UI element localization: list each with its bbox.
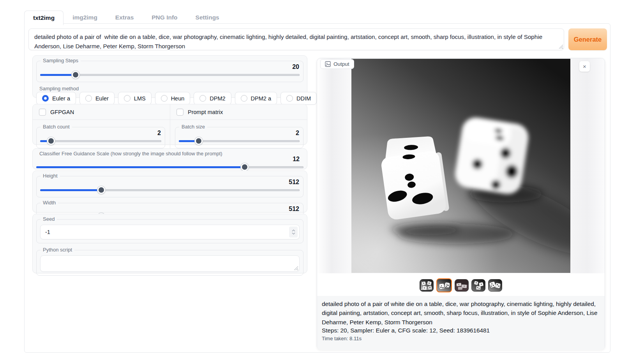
radio-dpm2[interactable]: DPM2 — [194, 92, 231, 105]
output-label-chip: Output — [320, 59, 354, 69]
python-script-label: Python script — [41, 247, 74, 253]
height-field: Height 512 — [36, 176, 303, 197]
seed-label: Seed — [41, 216, 57, 222]
thumbnail-1[interactable] — [420, 279, 434, 292]
batch-count-field: Batch count 2 — [36, 127, 165, 148]
python-script-area — [40, 255, 300, 272]
batch-count-slider[interactable] — [40, 137, 161, 145]
tab-txt2img[interactable]: txt2img — [24, 11, 64, 25]
tab-png-info[interactable]: PNG Info — [143, 10, 186, 25]
output-caption-params: Steps: 20, Sampler: Euler a, CFG scale: … — [322, 327, 600, 334]
sampling-method-field: Sampling method Euler a Euler LMS Heun D… — [36, 89, 303, 105]
seed-field: Seed — [36, 219, 303, 243]
tab-bar: txt2img img2img Extras PNG Info Settings — [24, 10, 228, 25]
height-label: Height — [41, 173, 60, 179]
output-label: Output — [333, 61, 349, 67]
slider-track — [40, 140, 161, 142]
radio-heun[interactable]: Heun — [155, 92, 191, 105]
batch-size-label: Batch size — [179, 124, 207, 130]
tab-extras[interactable]: Extras — [106, 10, 143, 25]
seed-script-group: Seed Python script — [32, 214, 307, 273]
radio-label: LMS — [134, 95, 146, 102]
batch-count-label: Batch count — [41, 124, 72, 130]
radio-ddim[interactable]: DDIM — [281, 92, 317, 105]
thumbnail-5[interactable] — [488, 279, 502, 292]
generate-button[interactable]: Generate — [568, 28, 607, 50]
thumbnail-2-selected[interactable] — [436, 278, 452, 292]
seed-input[interactable] — [40, 225, 300, 239]
radio-label: Euler a — [52, 95, 70, 102]
output-image-viewer: Output × — [317, 58, 605, 273]
radio-dot — [199, 95, 206, 102]
slider-fill — [36, 166, 245, 168]
gfpgan-row[interactable]: GFPGAN — [33, 104, 170, 120]
radio-label: DDIM — [296, 95, 311, 102]
sampling-steps-field: Sampling Steps 20 — [36, 61, 303, 82]
radio-dot — [241, 95, 247, 102]
radio-euler[interactable]: Euler — [79, 92, 115, 105]
cfg-label: Classifier Free Guidance Scale (how stro… — [37, 151, 225, 157]
generated-image[interactable] — [351, 59, 570, 273]
slider-fill — [40, 74, 76, 76]
radio-label: Heun — [171, 95, 185, 102]
output-time-taken: Time taken: 8.11s — [322, 336, 600, 341]
seed-spinner[interactable] — [289, 227, 298, 237]
radio-dpm2-a[interactable]: DPM2 a — [235, 92, 277, 105]
radio-label: DPM2 — [210, 95, 225, 102]
slider-thumb[interactable] — [47, 137, 55, 145]
width-label: Width — [41, 200, 58, 206]
thumbnail-gallery — [317, 277, 605, 294]
prompt-matrix-checkbox[interactable] — [176, 109, 183, 116]
radio-euler-a[interactable]: Euler a — [36, 92, 76, 105]
tab-img2img[interactable]: img2img — [64, 10, 106, 25]
batch-left-column: GFPGAN Batch count 2 — [33, 104, 170, 148]
batch-right-column: Prompt matrix Batch size 2 — [170, 104, 307, 148]
height-slider[interactable] — [40, 186, 300, 194]
cfg-field: Classifier Free Guidance Scale (how stro… — [36, 152, 303, 171]
thumbnail-3[interactable] — [455, 279, 469, 292]
slider-thumb[interactable] — [195, 137, 203, 145]
batch-options-group: GFPGAN Batch count 2 Prompt matrix Batch… — [32, 104, 307, 145]
python-script-field: Python script — [36, 250, 303, 276]
height-value: 512 — [37, 176, 303, 186]
prompt-matrix-label: Prompt matrix — [188, 109, 223, 115]
chevron-down-icon — [292, 232, 295, 235]
prompt-input[interactable]: detailed photo of a pair of white die on… — [28, 28, 564, 50]
tab-settings[interactable]: Settings — [187, 10, 228, 25]
python-script-input[interactable] — [41, 256, 299, 271]
batch-size-field: Batch size 2 — [175, 127, 303, 148]
width-value: 512 — [37, 203, 303, 213]
image-icon — [325, 61, 331, 67]
sampling-method-label: Sampling method — [37, 86, 81, 91]
close-output-button[interactable]: × — [579, 61, 590, 72]
radio-dot — [42, 95, 49, 102]
cfg-group: Classifier Free Guidance Scale (how stro… — [32, 148, 307, 169]
output-caption-prompt: detailed photo of a pair of white die on… — [322, 299, 600, 327]
output-panel: Output × detailed photo of a pair of whi… — [317, 58, 605, 350]
gfpgan-label: GFPGAN — [50, 109, 74, 115]
thumbnail-4[interactable] — [471, 279, 485, 292]
radio-dot — [85, 95, 92, 102]
slider-thumb[interactable] — [72, 71, 79, 79]
slider-thumb[interactable] — [241, 163, 249, 171]
slider-fill — [40, 189, 101, 191]
radio-lms[interactable]: LMS — [118, 92, 152, 105]
sampling-steps-slider[interactable] — [40, 71, 300, 79]
generation-info-box: detailed photo of a pair of white die on… — [317, 296, 605, 350]
txt2img-panel: detailed photo of a pair of white die on… — [24, 23, 610, 353]
radio-label: DPM2 a — [251, 95, 271, 102]
cfg-slider[interactable] — [36, 163, 303, 171]
prompt-matrix-row[interactable]: Prompt matrix — [170, 104, 307, 120]
sampling-steps-label: Sampling Steps — [41, 58, 81, 63]
batch-size-slider[interactable] — [179, 137, 300, 145]
chevron-up-icon — [292, 229, 295, 232]
dimensions-group: Height 512 Width 512 — [32, 171, 307, 213]
radio-dot — [286, 95, 293, 102]
gfpgan-checkbox[interactable] — [39, 109, 46, 116]
radio-label: Euler — [95, 95, 109, 102]
slider-thumb[interactable] — [97, 186, 105, 194]
sampling-group: Sampling Steps 20 Sampling method Euler … — [32, 55, 307, 98]
radio-dot — [124, 95, 131, 102]
seed-input-wrap — [40, 225, 300, 239]
radio-dot — [161, 95, 168, 102]
